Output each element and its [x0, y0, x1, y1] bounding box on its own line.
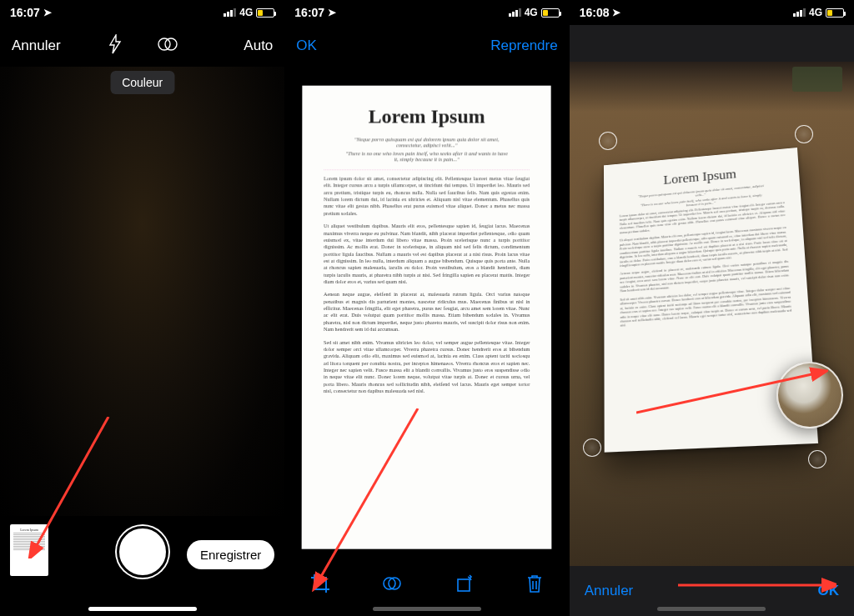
- crop-handle-top-right[interactable]: [795, 125, 813, 143]
- network-label: 4G: [809, 7, 822, 18]
- screen-scan-camera: 16:07 ➤ 4G Annuler Auto Couleur Lorem Ip…: [0, 0, 284, 616]
- status-bar: 16:08 ➤ 4G: [570, 0, 854, 25]
- battery-icon: [256, 8, 274, 18]
- doc-subtitle: "Neque porro quisquam est qui dolorem ip…: [344, 136, 509, 148]
- battery-icon: [541, 8, 560, 18]
- svg-point-1: [165, 38, 177, 50]
- status-bar: 16:07 ➤ 4G: [284, 0, 569, 25]
- battery-icon: [826, 8, 844, 18]
- scan-topbar: Annuler Auto: [0, 25, 284, 67]
- camera-viewport: [0, 67, 284, 516]
- doc-paragraph: Aenean neque augue, eleifend in placerat…: [324, 291, 530, 333]
- signal-icon: [509, 8, 521, 17]
- document-preview: Lorem Ipsum "Neque porro quisquam est qu…: [291, 75, 562, 558]
- scan-thumbnail[interactable]: Lorem Ipsum: [10, 524, 48, 576]
- svg-rect-5: [458, 579, 470, 591]
- preview-topbar: OK Reprendre: [284, 25, 569, 67]
- doc-title: Lorem Ipsum: [369, 105, 485, 128]
- status-time: 16:07 ➤: [294, 6, 336, 19]
- rotate-icon[interactable]: [453, 573, 475, 598]
- doc-paragraph: Lorem ipsum dolor sit amet, consectetur …: [324, 175, 530, 217]
- crop-handle-bottom-left[interactable]: [583, 438, 601, 457]
- shutter-button[interactable]: [115, 524, 170, 579]
- doc-subtitle: "There is no one who loves pain itself, …: [344, 150, 510, 162]
- status-time: 16:08 ➤: [580, 6, 621, 19]
- network-label: 4G: [239, 7, 253, 18]
- crop-viewport[interactable]: Lorem Ipsum "Neque porro quisquam est qu…: [570, 62, 854, 566]
- home-indicator[interactable]: [373, 607, 481, 611]
- doc-paragraph: Ut aliquet vestibulum dapibus. Mauris el…: [324, 223, 530, 285]
- preview-toolbar: [284, 566, 569, 604]
- flash-icon[interactable]: [107, 34, 123, 58]
- retake-button[interactable]: Reprendre: [490, 38, 557, 54]
- signal-icon: [793, 8, 806, 17]
- status-time: 16:07 ➤: [10, 6, 52, 19]
- crop-handle-bottom-right[interactable]: [808, 450, 826, 468]
- ok-button[interactable]: OK: [296, 38, 317, 54]
- signal-icon: [224, 8, 236, 17]
- screen-scan-preview: 16:07 ➤ 4G OK Reprendre Lorem Ipsum "Neq…: [284, 0, 569, 616]
- home-indicator[interactable]: [657, 607, 766, 611]
- screen-crop-adjust: 16:08 ➤ 4G Lorem Ipsum "Neque porro quis…: [570, 0, 854, 616]
- location-icon: ➤: [328, 7, 336, 18]
- trash-icon[interactable]: [525, 573, 545, 598]
- filter-icon[interactable]: [381, 573, 403, 598]
- cancel-button[interactable]: Annuler: [585, 583, 634, 599]
- doc-paragraph: Sed sit amet nibh enim. Vivamus ultricie…: [324, 338, 530, 394]
- filter-icon[interactable]: [157, 34, 178, 58]
- cancel-button[interactable]: Annuler: [12, 38, 61, 54]
- status-bar: 16:07 ➤ 4G: [0, 0, 284, 25]
- doc-paragraph: Sed sit amet nibh enim. Vivamus ultricie…: [620, 286, 791, 328]
- ok-button[interactable]: OK: [817, 583, 839, 599]
- magnifier-loupe: [776, 362, 843, 428]
- color-pill: Couleur: [110, 71, 174, 94]
- home-indicator[interactable]: [88, 607, 197, 611]
- crop-icon[interactable]: [309, 573, 331, 598]
- svg-point-0: [158, 38, 170, 50]
- location-icon: ➤: [612, 7, 620, 18]
- network-label: 4G: [525, 7, 538, 18]
- auto-mode-button[interactable]: Auto: [244, 38, 273, 54]
- save-button[interactable]: Enregistrer: [187, 540, 274, 569]
- location-icon: ➤: [43, 7, 52, 18]
- doc-title: Lorem Ipsum: [663, 167, 736, 188]
- crop-handle-top-left[interactable]: [599, 132, 617, 150]
